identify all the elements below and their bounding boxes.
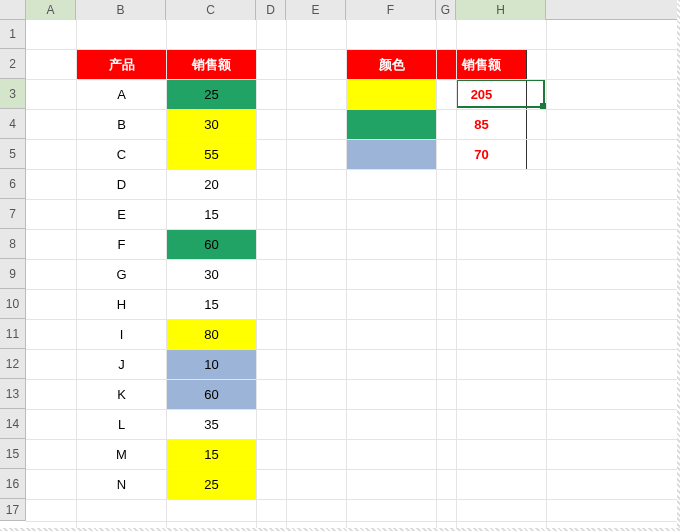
- cell-sales[interactable]: 30: [167, 260, 257, 290]
- cell-sales[interactable]: 30: [167, 110, 257, 140]
- cell-sales[interactable]: 15: [167, 200, 257, 230]
- row-header-1[interactable]: 1: [0, 20, 26, 49]
- cell-product[interactable]: D: [77, 170, 167, 200]
- row-header-14[interactable]: 14: [0, 409, 26, 439]
- cell-product[interactable]: E: [77, 200, 167, 230]
- row-header-13[interactable]: 13: [0, 379, 26, 409]
- cell-product[interactable]: H: [77, 290, 167, 320]
- cell-product[interactable]: J: [77, 350, 167, 380]
- column-header-A[interactable]: A: [26, 0, 76, 20]
- cell-product[interactable]: C: [77, 140, 167, 170]
- cell-product[interactable]: A: [77, 80, 167, 110]
- column-header-E[interactable]: E: [286, 0, 346, 20]
- row-header-9[interactable]: 9: [0, 259, 26, 289]
- header-product[interactable]: 产品: [77, 50, 167, 80]
- header-sales[interactable]: 销售额: [167, 50, 257, 80]
- grid-area[interactable]: 产品 销售额 A25B30C55D20E15F60G30H15I80J10K60…: [26, 20, 680, 531]
- row-header-11[interactable]: 11: [0, 319, 26, 349]
- cell-sum[interactable]: 85: [437, 110, 527, 140]
- cell-sales[interactable]: 20: [167, 170, 257, 200]
- header-color[interactable]: 颜色: [347, 50, 437, 80]
- cell-product[interactable]: K: [77, 380, 167, 410]
- cell-sales[interactable]: 60: [167, 380, 257, 410]
- cell-product[interactable]: M: [77, 440, 167, 470]
- column-headers: ABCDEFGH: [0, 0, 680, 20]
- row-header-3[interactable]: 3: [0, 79, 26, 109]
- column-header-B[interactable]: B: [76, 0, 166, 20]
- cell-sales[interactable]: 80: [167, 320, 257, 350]
- cell-sum[interactable]: 205: [437, 80, 527, 110]
- spreadsheet-sheet: ABCDEFGH 1234567891011121314151617 产品 销售…: [0, 0, 680, 531]
- cell-sales[interactable]: 25: [167, 470, 257, 500]
- row-header-7[interactable]: 7: [0, 199, 26, 229]
- cell-sales[interactable]: 60: [167, 230, 257, 260]
- column-header-F[interactable]: F: [346, 0, 436, 20]
- cell-sales[interactable]: 15: [167, 290, 257, 320]
- cell-sales[interactable]: 15: [167, 440, 257, 470]
- column-header-H[interactable]: H: [456, 0, 546, 20]
- cell-sales[interactable]: 10: [167, 350, 257, 380]
- cell-color-swatch[interactable]: [347, 80, 437, 110]
- cell-sales[interactable]: 55: [167, 140, 257, 170]
- row-header-8[interactable]: 8: [0, 229, 26, 259]
- select-all-corner[interactable]: [0, 0, 26, 20]
- row-header-17[interactable]: 17: [0, 499, 26, 521]
- cell-product[interactable]: I: [77, 320, 167, 350]
- row-header-2[interactable]: 2: [0, 49, 26, 79]
- cell-color-swatch[interactable]: [347, 110, 437, 140]
- row-header-4[interactable]: 4: [0, 109, 26, 139]
- row-header-5[interactable]: 5: [0, 139, 26, 169]
- cell-product[interactable]: F: [77, 230, 167, 260]
- cell-color-swatch[interactable]: [347, 140, 437, 170]
- cell-sum[interactable]: 70: [437, 140, 527, 170]
- cell-product[interactable]: B: [77, 110, 167, 140]
- cell-sales[interactable]: 25: [167, 80, 257, 110]
- column-header-C[interactable]: C: [166, 0, 256, 20]
- cell-product[interactable]: G: [77, 260, 167, 290]
- cell-product[interactable]: L: [77, 410, 167, 440]
- row-header-16[interactable]: 16: [0, 469, 26, 499]
- cell-product[interactable]: N: [77, 470, 167, 500]
- row-headers: 1234567891011121314151617: [0, 20, 26, 521]
- cell-sales[interactable]: 35: [167, 410, 257, 440]
- row-header-15[interactable]: 15: [0, 439, 26, 469]
- row-header-10[interactable]: 10: [0, 289, 26, 319]
- row-header-6[interactable]: 6: [0, 169, 26, 199]
- column-header-G[interactable]: G: [436, 0, 456, 20]
- column-header-D[interactable]: D: [256, 0, 286, 20]
- row-header-12[interactable]: 12: [0, 349, 26, 379]
- header-sales-sum[interactable]: 销售额: [437, 50, 527, 80]
